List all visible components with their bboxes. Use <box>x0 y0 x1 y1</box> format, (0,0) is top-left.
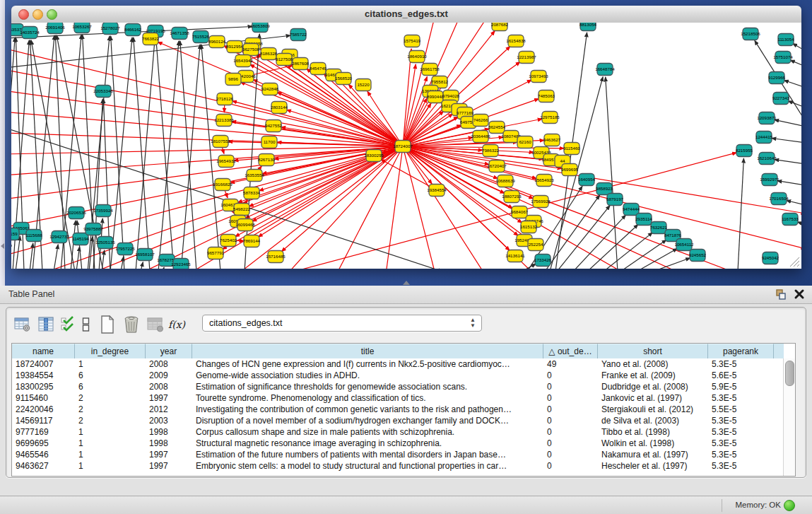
table-cell[interactable]: 0 <box>543 370 598 381</box>
table-cell[interactable]: 5.5E-5 <box>708 404 774 415</box>
table-cell[interactable]: Dudbridge et al. (2008) <box>598 381 708 392</box>
table-cell[interactable]: 0 <box>543 460 598 472</box>
table-cell[interactable]: Genome-wide association studies in ADHD. <box>192 370 543 381</box>
table-cell[interactable]: 9115460 <box>12 392 75 404</box>
table-row[interactable]: 1938455462009Genome-wide association stu… <box>12 370 784 381</box>
row-selection-button[interactable] <box>60 315 76 334</box>
table-selector-dropdown[interactable]: citations_edges.txt ▲▼ <box>202 315 482 332</box>
table-cell[interactable]: 18300295 <box>12 381 75 392</box>
delete-column-button[interactable] <box>121 315 142 334</box>
table-cell[interactable]: Estimation of the future numbers of pati… <box>192 449 543 460</box>
table-cell[interactable]: de Silva et al. (2003) <box>598 415 708 426</box>
table-cell[interactable]: Tibbo et al. (1998) <box>598 426 708 438</box>
table-cell[interactable]: 2 <box>75 392 146 404</box>
table-cell[interactable]: 2008 <box>146 358 192 370</box>
table-settings-button[interactable] <box>12 315 33 334</box>
table-cell[interactable]: 0 <box>543 426 598 438</box>
table-row[interactable]: 946554611997Estimation of the future num… <box>12 449 784 460</box>
memory-status-indicator[interactable] <box>784 500 795 511</box>
table-row[interactable]: 911546021997Tourette syndrome. Phenomeno… <box>12 392 784 404</box>
table-cell[interactable]: 5.3E-5 <box>708 358 774 370</box>
table-cell[interactable]: 5.3E-5 <box>708 449 774 460</box>
table-cell[interactable]: 5.3E-5 <box>708 438 774 449</box>
citation-network-graph[interactable]: 8635372140357242069140610653267152780278… <box>11 23 801 269</box>
table-cell[interactable]: Estimation of significance thresholds fo… <box>192 381 543 392</box>
table-row[interactable]: 1830029562008Estimation of significance … <box>12 381 784 392</box>
table-cell[interactable]: Tourette syndrome. Phenomenology and cla… <box>192 392 543 404</box>
column-header-year[interactable]: year <box>146 344 192 358</box>
network-view-window[interactable]: citations_edges.txt 86353721403572420691… <box>11 6 801 269</box>
table-cell[interactable]: 6 <box>75 370 146 381</box>
table-cell[interactable]: 9465546 <box>12 449 75 460</box>
column-header-name[interactable]: name <box>12 344 75 358</box>
table-cell[interactable]: 6 <box>75 381 146 392</box>
float-panel-icon[interactable] <box>775 288 787 300</box>
table-cell[interactable]: 0 <box>543 415 598 426</box>
table-cell[interactable]: 5.3E-5 <box>708 426 774 438</box>
table-cell[interactable]: 1998 <box>146 438 192 449</box>
network-window-titlebar[interactable]: citations_edges.txt <box>11 6 801 23</box>
table-cell[interactable]: 5.3E-5 <box>708 392 774 404</box>
window-resize-grip-icon[interactable] <box>787 255 800 267</box>
table-cell[interactable]: 2 <box>75 404 146 415</box>
table-cell[interactable]: 5.9E-5 <box>708 381 774 392</box>
table-cell[interactable]: Corpus callosum shape and size in male p… <box>192 426 543 438</box>
column-visibility-button[interactable] <box>36 315 57 334</box>
table-cell[interactable]: 1997 <box>146 392 192 404</box>
table-cell[interactable]: 1998 <box>146 426 192 438</box>
table-cell[interactable]: 5.6E-5 <box>708 370 774 381</box>
table-cell[interactable]: 0 <box>543 392 598 404</box>
table-cell[interactable]: 2008 <box>146 381 192 392</box>
table-cell[interactable]: 9463627 <box>12 460 75 472</box>
table-cell[interactable]: 1 <box>75 438 146 449</box>
table-cell[interactable]: Nakamura et al. (1997) <box>598 449 708 460</box>
column-header-short[interactable]: short <box>598 344 708 358</box>
table-vertical-scrollbar[interactable] <box>783 358 795 476</box>
table-cell[interactable]: 22420046 <box>12 404 75 415</box>
table-row[interactable]: 2242004622012Investigating the contribut… <box>12 404 784 415</box>
table-cell[interactable]: 49 <box>543 358 598 370</box>
table-cell[interactable]: Jankovic et al. (1997) <box>598 392 708 404</box>
table-row[interactable]: 1456911722003Disruption of a novel membe… <box>12 415 784 426</box>
table-cell[interactable]: 0 <box>543 404 598 415</box>
table-cell[interactable]: Yano et al. (2008) <box>598 358 708 370</box>
function-builder-button[interactable]: f(x) <box>169 315 184 334</box>
table-cell[interactable]: 0 <box>543 438 598 449</box>
table-cell[interactable]: 1997 <box>146 460 192 472</box>
table-cell[interactable]: Changes of HCN gene expression and I(f) … <box>192 358 543 370</box>
table-cell[interactable]: 9777169 <box>12 426 75 438</box>
table-row[interactable]: 946362711997Embryonic stem cells: a mode… <box>12 460 784 472</box>
table-cell[interactable]: 19384554 <box>12 370 75 381</box>
table-cell[interactable]: 14569117 <box>12 415 75 426</box>
table-cell[interactable]: Disruption of a novel member of a sodium… <box>192 415 543 426</box>
table-cell[interactable]: 1997 <box>146 449 192 460</box>
table-cell[interactable]: 5.3E-5 <box>708 415 774 426</box>
column-header-pagerank[interactable]: pagerank <box>708 344 774 358</box>
table-cell[interactable]: 1 <box>75 358 146 370</box>
table-cell[interactable]: 2012 <box>146 404 192 415</box>
table-cell[interactable]: 2009 <box>146 370 192 381</box>
scrollbar-thumb[interactable] <box>785 361 794 386</box>
table-cell[interactable]: 1 <box>75 426 146 438</box>
table-cell[interactable]: 18724007 <box>12 358 75 370</box>
row-height-button[interactable] <box>78 315 94 334</box>
table-cell[interactable]: Wolkin et al. (1998) <box>598 438 708 449</box>
table-cell[interactable]: Structural magnetic resonance image aver… <box>192 438 543 449</box>
create-column-button[interactable] <box>97 315 118 334</box>
splitter-handle[interactable] <box>403 281 410 285</box>
table-cell[interactable]: Franke et al. (2009) <box>598 370 708 381</box>
table-row[interactable]: 969969511998Structural magnetic resonanc… <box>12 438 784 449</box>
table-row[interactable]: 977716911998Corpus callosum shape and si… <box>12 426 784 438</box>
table-row[interactable]: 1872400712008Changes of HCN gene express… <box>12 358 784 370</box>
table-cell[interactable]: Stergiakouli et al. (2012) <box>598 404 708 415</box>
table-cell[interactable]: Investigating the contribution of common… <box>192 404 543 415</box>
table-cell[interactable]: 9699695 <box>12 438 75 449</box>
close-panel-icon[interactable] <box>794 288 805 300</box>
table-cell[interactable]: 5.3E-5 <box>708 460 774 472</box>
table-cell[interactable]: 1 <box>75 460 146 472</box>
column-header-title[interactable]: title <box>192 344 543 358</box>
table-cell[interactable]: 1 <box>75 449 146 460</box>
table-cell[interactable]: 0 <box>543 449 598 460</box>
table-cell[interactable]: 0 <box>543 381 598 392</box>
column-header-out_de[interactable]: △ out_de… <box>543 344 598 358</box>
